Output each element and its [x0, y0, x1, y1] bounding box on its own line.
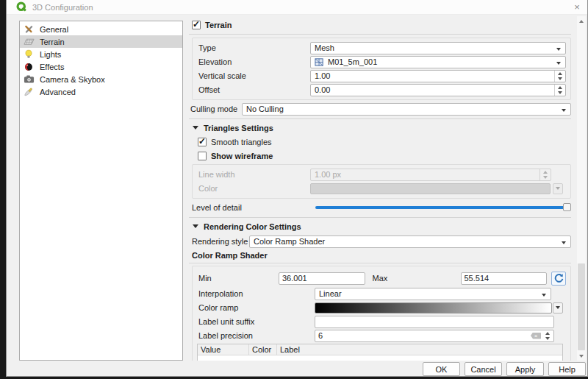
- help-button[interactable]: Help: [548, 362, 586, 376]
- rendering-color-settings-header[interactable]: Rendering Color Settings: [192, 221, 577, 233]
- color-ramp-gradient[interactable]: [315, 302, 552, 314]
- column-header-color[interactable]: Color: [249, 344, 277, 355]
- offset-value: 0.00: [315, 85, 330, 94]
- sidebar-item-label: General: [40, 25, 68, 34]
- color-ramp-button[interactable]: [315, 302, 563, 314]
- spin-arrows-icon[interactable]: [554, 71, 565, 82]
- line-width-value: 1.00 px: [315, 170, 341, 179]
- spin-arrows-icon[interactable]: [554, 85, 565, 96]
- offset-spinbox[interactable]: 0.00: [310, 84, 566, 96]
- collapse-caret-icon: [193, 224, 198, 231]
- reload-min-max-button[interactable]: [551, 272, 566, 286]
- level-of-detail-row: Level of detail: [189, 201, 577, 214]
- elevation-layer-value: M01_5m_001: [328, 57, 377, 66]
- mesh-layer-icon: [315, 57, 324, 67]
- scroll-up-icon[interactable]: [577, 16, 586, 25]
- min-input[interactable]: 36.001: [279, 272, 365, 285]
- label-precision-row: Label precision 6 ×: [193, 330, 570, 341]
- close-icon[interactable]: ×: [571, 1, 583, 13]
- label-unit-suffix-label: Label unit suffix: [193, 317, 315, 326]
- max-input[interactable]: 55.514: [461, 272, 548, 285]
- ok-button[interactable]: OK: [423, 362, 460, 376]
- effects-sphere-icon: [23, 61, 35, 73]
- label-precision-spinbox[interactable]: 6 ×: [315, 330, 554, 342]
- vertical-scale-spinbox[interactable]: 1.00: [310, 70, 566, 82]
- color-ramp-shader-subheader: Color Ramp Shader: [192, 251, 577, 261]
- sidebar-item-camera-skybox[interactable]: Camera & Skybox: [20, 73, 182, 85]
- rendering-style-value: Color Ramp Shader: [254, 237, 325, 246]
- spin-arrows-icon[interactable]: [545, 330, 550, 342]
- sidebar-item-label: Lights: [40, 50, 61, 59]
- type-row: Type Mesh: [193, 42, 570, 54]
- tools-icon: [23, 24, 35, 35]
- elevation-layer-dropdown[interactable]: M01_5m_001: [310, 56, 566, 68]
- sidebar-item-advanced[interactable]: Advanced: [20, 85, 182, 98]
- smooth-triangles-row: Smooth triangles: [189, 136, 577, 148]
- offset-label: Offset: [193, 85, 310, 94]
- divider: [189, 217, 571, 218]
- cancel-button[interactable]: Cancel: [465, 362, 502, 376]
- sidebar-item-label: Effects: [40, 63, 64, 71]
- label-unit-suffix-input[interactable]: [315, 316, 554, 328]
- culling-mode-dropdown[interactable]: No Culling: [242, 103, 571, 116]
- color-map-table[interactable]: Value Color Label 36.00099999... 36.0010…: [197, 344, 563, 361]
- slider-track: [315, 206, 570, 209]
- interpolation-label: Interpolation: [193, 289, 315, 298]
- line-width-spinbox: 1.00 px: [310, 169, 551, 181]
- sidebar-item-terrain[interactable]: Terrain: [20, 35, 182, 48]
- main-scrollbar[interactable]: [577, 16, 586, 361]
- triangles-settings-header[interactable]: Triangles Settings: [192, 122, 577, 134]
- divider: [189, 263, 571, 263]
- show-wireframe-label: Show wireframe: [211, 152, 273, 160]
- column-header-label[interactable]: Label: [277, 344, 562, 355]
- cell-value[interactable]: 36.00099999...: [198, 360, 249, 361]
- line-width-row: Line width 1.00 px: [193, 169, 570, 180]
- sidebar-item-effects[interactable]: Effects: [20, 60, 182, 73]
- table-row[interactable]: 36.00099999... 36.001000: [198, 355, 562, 361]
- level-of-detail-slider[interactable]: [315, 203, 571, 212]
- spin-arrows-icon: [539, 169, 551, 180]
- table-header-row[interactable]: Value Color Label: [198, 344, 562, 355]
- sidebar-item-general[interactable]: General: [20, 23, 182, 35]
- refresh-icon: [554, 273, 564, 284]
- rendering-style-row: Rendering style Color Ramp Shader: [189, 235, 577, 248]
- terrain-type-dropdown[interactable]: Mesh: [310, 42, 566, 54]
- color-dropdown-icon: [553, 183, 563, 194]
- wireframe-color-label: Color: [193, 184, 310, 193]
- apply-button[interactable]: Apply: [506, 362, 544, 376]
- terrain-group-header: Terrain: [192, 19, 577, 31]
- rendering-style-dropdown[interactable]: Color Ramp Shader: [249, 235, 571, 248]
- slider-handle[interactable]: [563, 203, 571, 211]
- terrain-settings-panel: Terrain Type Mesh Elevation: [189, 16, 577, 361]
- wireframe-groupbox: Line width 1.00 px Color: [192, 164, 571, 199]
- offset-row: Offset 0.00: [193, 84, 570, 96]
- light-bulb-icon: [23, 49, 35, 60]
- scrollbar-thumb[interactable]: [578, 263, 585, 350]
- title-bar[interactable]: 3D Configuration ×: [7, 0, 587, 15]
- show-wireframe-checkbox[interactable]: [198, 152, 207, 160]
- divider: [189, 118, 571, 119]
- level-of-detail-label: Level of detail: [189, 203, 315, 212]
- sidebar-item-lights[interactable]: Lights: [20, 48, 182, 60]
- rendering-color-settings-title: Rendering Color Settings: [204, 222, 301, 231]
- vertical-scale-label: Vertical scale: [193, 71, 310, 80]
- color-ramp-dropdown-icon[interactable]: [553, 302, 563, 314]
- smooth-triangles-label: Smooth triangles: [211, 138, 272, 146]
- clear-value-icon[interactable]: ×: [531, 333, 541, 339]
- elevation-row: Elevation M01_5m_001: [193, 56, 570, 68]
- column-header-value[interactable]: Value: [198, 344, 249, 355]
- sidebar-item-label: Camera & Skybox: [40, 75, 105, 84]
- triangles-settings-title: Triangles Settings: [204, 124, 273, 132]
- dialog-3d-configuration: 3D Configuration × General Terrain: [6, 0, 588, 377]
- scroll-down-icon[interactable]: [577, 352, 586, 361]
- min-value: 36.001: [282, 274, 307, 283]
- min-max-row: Min 36.001 Max 55.514: [193, 272, 570, 285]
- qgis-logo-icon: [16, 1, 27, 13]
- smooth-triangles-checkbox[interactable]: [198, 138, 207, 146]
- interpolation-dropdown[interactable]: Linear: [315, 288, 551, 300]
- cell-label[interactable]: 36.001000: [277, 360, 562, 361]
- terrain-enabled-checkbox[interactable]: [192, 21, 201, 29]
- wireframe-color-row: Color: [193, 183, 570, 194]
- culling-mode-value: No Culling: [246, 105, 284, 113]
- terrain-type-value: Mesh: [315, 43, 334, 52]
